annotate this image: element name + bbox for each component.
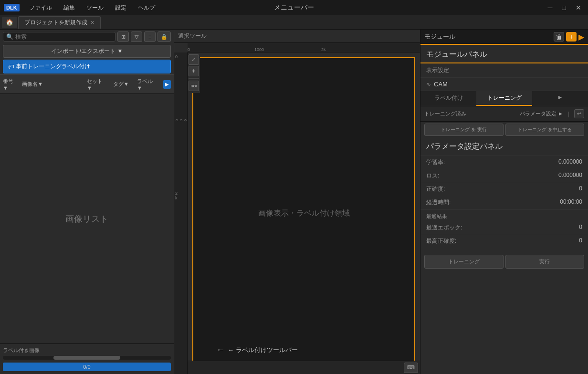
- import-export-button[interactable]: インポート/エクスポート ▼: [3, 45, 171, 58]
- tab-extra[interactable]: ►: [532, 91, 588, 106]
- col-set[interactable]: セット▼: [84, 77, 110, 92]
- delete-module-button[interactable]: 🗑: [554, 32, 564, 42]
- menu-file[interactable]: ファイル: [27, 3, 54, 13]
- ruler-v-mark-1000: 1000: [175, 119, 188, 121]
- canvas-viewport[interactable]: 画像表示・ラベル付け領域 ← ← ラベル付けツールバー: [188, 52, 420, 374]
- move-tool[interactable]: ✛: [189, 66, 199, 76]
- module-header-buttons: 🗑 + ▶: [554, 32, 584, 42]
- menu-help[interactable]: ヘルプ: [136, 3, 157, 13]
- param-accuracy-value: 0: [579, 185, 582, 193]
- filter-button[interactable]: ▽: [131, 31, 142, 42]
- param-row-loss: ロス: 0.000000: [420, 169, 588, 183]
- pretrain-label: 事前トレーニングラベル付け: [16, 62, 90, 71]
- search-input[interactable]: [15, 33, 112, 40]
- param-accuracy-label: 正確度:: [426, 185, 445, 193]
- param-settings-button[interactable]: パラメータ設定 ►: [520, 110, 563, 117]
- col-number[interactable]: 番号▼: [0, 77, 19, 92]
- project-tab[interactable]: プロジェクトを新規作成 ✕: [18, 16, 101, 29]
- tab-training[interactable]: トレーニング: [476, 91, 532, 106]
- pretrain-label-button[interactable]: 🏷 事前トレーニングラベル付け: [3, 60, 171, 73]
- param-time-value: 00:00:00: [560, 198, 582, 207]
- canvas-area: 0 1000 2k 0 1000 2k ⤢ ✛ ROI: [174, 43, 420, 374]
- param-row-accuracy: 正確度: 0: [420, 183, 588, 196]
- module-title: モジュール: [424, 32, 455, 41]
- minimize-button[interactable]: ─: [545, 3, 556, 12]
- menu-tools[interactable]: ツール: [84, 3, 105, 13]
- right-panel: モジュール 🗑 + ▶ モジュールパネル 表示設定 ∿ CAM ラベル付け トレ…: [420, 30, 588, 374]
- ruler-top: 0 1000 2k: [188, 43, 420, 52]
- ruler-mark-2k: 2k: [321, 47, 326, 52]
- trained-label: トレーニング済み: [424, 110, 517, 117]
- roi-tool[interactable]: ROI: [189, 81, 199, 91]
- close-button[interactable]: ✕: [573, 3, 584, 12]
- param-panel-title: パラメータ設定パネル: [420, 138, 588, 156]
- action-buttons-row: トレーニング を 実行 トレーニング を中止する: [420, 122, 588, 138]
- add-module-button[interactable]: +: [566, 32, 577, 42]
- labeling-toolbar-label: ← ラベル付けツールバー: [228, 346, 298, 354]
- param-lr-value: 0.000000: [558, 158, 582, 166]
- col-action: ▶: [160, 79, 174, 90]
- tab-label: プロジェクトを新規作成: [24, 19, 87, 27]
- footer-run-button[interactable]: 実行: [505, 255, 585, 269]
- best-accuracy-value: 0: [579, 237, 582, 245]
- canvas-background: 画像表示・ラベル付け領域: [192, 57, 415, 369]
- home-icon: 🏠: [6, 19, 13, 26]
- menu-bar: ファイル 編集 ツール 設定 ヘルプ: [27, 3, 157, 13]
- collapse-arrow[interactable]: ▶: [578, 32, 584, 42]
- maximize-button[interactable]: □: [559, 3, 569, 12]
- select-tool[interactable]: ⤢: [189, 54, 199, 65]
- search-box[interactable]: 🔍: [3, 32, 116, 42]
- param-lr-label: 学習率:: [426, 158, 445, 166]
- footer-train-button[interactable]: トレーニング: [424, 255, 504, 269]
- import-label: インポート/エクスポート ▼: [51, 47, 123, 55]
- canvas-label: 画像表示・ラベル付け領域: [258, 206, 350, 221]
- image-list-label: 画像リスト: [65, 213, 108, 225]
- ruler-mark-1000: 1000: [254, 47, 264, 52]
- best-params-list: 最適エポック: 0 最高正確度: 0: [420, 221, 588, 248]
- selection-toolbar-label: 選択ツール: [178, 32, 207, 40]
- module-panel-title: モジュールパネル: [420, 45, 588, 63]
- col-imagename[interactable]: 画像名▼: [19, 80, 84, 89]
- param-row-best-epoch: 最適エポック: 0: [420, 221, 588, 235]
- tab-close-button[interactable]: ✕: [90, 20, 94, 26]
- best-epoch-value: 0: [579, 224, 582, 232]
- param-row-best-accuracy: 最高正確度: 0: [420, 235, 588, 248]
- home-tab[interactable]: 🏠: [2, 17, 17, 28]
- params-list: 学習率: 0.000000 ロス: 0.000000 正確度: 0 経過時間: …: [420, 156, 588, 209]
- cam-waveform-icon: ∿: [426, 81, 431, 88]
- image-filter-button[interactable]: ⊞: [117, 31, 129, 42]
- right-tabs: ラベル付け トレーニング ►: [420, 91, 588, 106]
- cam-label: CAM: [434, 81, 448, 88]
- center-panel: 選択ツール 0 1000 2k 0 1000 2k ⤢: [174, 30, 420, 374]
- image-scrollbar[interactable]: [3, 356, 171, 360]
- progress-bar: 0/0: [3, 363, 171, 371]
- lock-button[interactable]: 🔒: [158, 31, 171, 42]
- display-settings-label: 表示設定: [420, 63, 588, 78]
- param-time-label: 経過時間:: [426, 198, 451, 207]
- ruler-v-mark-0: 0: [175, 54, 178, 59]
- search-icon: 🔍: [6, 33, 13, 40]
- param-row-lr: 学習率: 0.000000: [420, 156, 588, 169]
- left-panel: 🔍 ⊞ ▽ ≡ 🔒 インポート/エクスポート ▼ 🏷 事前トレーニングラベル付け…: [0, 30, 174, 374]
- selection-toolbar: 選択ツール: [174, 30, 420, 43]
- run-training-button[interactable]: トレーニング を 実行: [424, 124, 504, 136]
- pretrain-icon: 🏷: [8, 63, 14, 70]
- menu-settings[interactable]: 設定: [113, 3, 128, 13]
- image-list: 画像リスト: [0, 94, 174, 343]
- search-toolbar: 🔍 ⊞ ▽ ≡ 🔒: [0, 30, 174, 44]
- keyboard-icon[interactable]: ⌨: [404, 363, 418, 373]
- labeled-images-label: ラベル付き画像: [3, 347, 171, 354]
- stop-training-button[interactable]: トレーニング を中止する: [505, 124, 585, 136]
- history-button[interactable]: ↩: [574, 109, 584, 118]
- tab-labeling[interactable]: ラベル付け: [420, 91, 476, 106]
- window-controls: ─ □ ✕: [545, 3, 584, 12]
- best-result-section: 最適結果: [420, 209, 588, 221]
- best-accuracy-label: 最高正確度:: [426, 237, 456, 245]
- col-tag[interactable]: タグ▼: [110, 80, 134, 89]
- param-loss-value: 0.000000: [558, 172, 582, 180]
- col-label[interactable]: ラベル▼: [134, 77, 160, 92]
- menu-edit[interactable]: 編集: [62, 3, 77, 13]
- list-button[interactable]: ≡: [144, 31, 156, 42]
- best-epoch-label: 最適エポック:: [426, 224, 462, 232]
- bottom-toolbar: ⌨: [188, 361, 420, 374]
